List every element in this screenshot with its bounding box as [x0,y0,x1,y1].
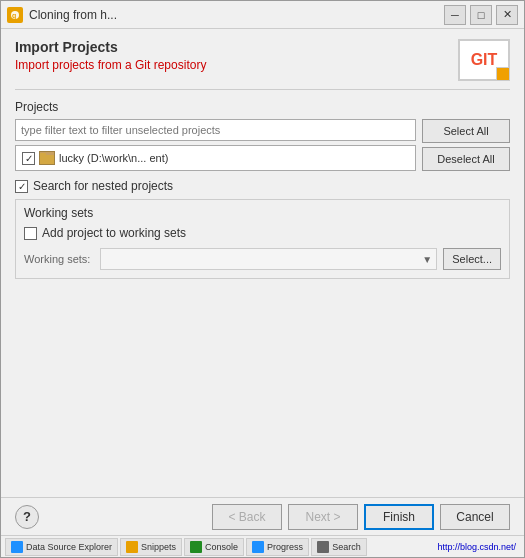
taskbar-snippets[interactable]: Snippets [120,538,182,556]
close-button[interactable]: ✕ [496,5,518,25]
working-sets-selector-row: Working sets: ▼ Select... [24,248,501,270]
taskbar-datasource[interactable]: Data Source Explorer [5,538,118,556]
project-checkbox[interactable] [22,152,35,165]
projects-section: Projects lucky (D: [15,100,510,171]
console-icon [190,541,202,553]
working-sets-title: Working sets [24,206,501,220]
nested-projects-row: Search for nested projects [15,179,510,193]
taskbar-console-label: Console [205,542,238,552]
main-window: g Cloning from h... ─ □ ✕ Import Project… [0,0,525,558]
snippets-icon [126,541,138,553]
svg-rect-3 [40,153,46,157]
footer-bar: ? < Back Next > Finish Cancel [1,497,524,535]
window-title: Cloning from h... [29,8,444,22]
nested-projects-label: Search for nested projects [33,179,173,193]
taskbar-search-label: Search [332,542,361,552]
progress-icon [252,541,264,553]
search-icon [317,541,329,553]
next-button[interactable]: Next > [288,504,358,530]
projects-label: Projects [15,100,510,114]
filter-input[interactable] [15,119,416,141]
taskbar-snippets-label: Snippets [141,542,176,552]
add-working-sets-checkbox[interactable] [24,227,37,240]
window-controls: ─ □ ✕ [444,5,518,25]
projects-list-container: lucky (D:\work\n... ent) Select All Dese… [15,119,510,171]
svg-text:g: g [12,12,16,20]
project-name: lucky (D:\work\n... ent) [59,152,168,164]
url-label: http://blog.csdn.net/ [437,542,520,552]
minimize-button[interactable]: ─ [444,5,466,25]
combo-arrow-icon: ▼ [422,254,432,265]
git-logo: GIT [458,39,510,81]
datasource-icon [11,541,23,553]
working-sets-select-button[interactable]: Select... [443,248,501,270]
taskbar-search[interactable]: Search [311,538,367,556]
working-sets-label: Working sets: [24,253,94,265]
project-buttons: Select All Deselect All [422,119,510,171]
taskbar-progress-label: Progress [267,542,303,552]
dialog-title: Import Projects [15,39,450,55]
deselect-all-button[interactable]: Deselect All [422,147,510,171]
header-text: Import Projects Import projects from a G… [15,39,450,72]
add-working-sets-label: Add project to working sets [42,226,186,240]
working-sets-section: Working sets Add project to working sets… [15,199,510,279]
taskbar: Data Source Explorer Snippets Console Pr… [1,535,524,557]
add-to-working-sets-row: Add project to working sets [24,226,501,240]
taskbar-console[interactable]: Console [184,538,244,556]
help-button[interactable]: ? [15,505,39,529]
git-logo-badge [496,67,510,81]
nested-projects-checkbox[interactable] [15,180,28,193]
dialog-subtitle: Import projects from a Git repository [15,58,450,72]
maximize-button[interactable]: □ [470,5,492,25]
list-item: lucky (D:\work\n... ent) [19,149,412,167]
finish-button[interactable]: Finish [364,504,434,530]
projects-list: lucky (D:\work\n... ent) [15,145,416,171]
title-bar: g Cloning from h... ─ □ ✕ [1,1,524,29]
taskbar-progress[interactable]: Progress [246,538,309,556]
working-sets-combo[interactable]: ▼ [100,248,437,270]
dialog-header: Import Projects Import projects from a G… [15,39,510,90]
taskbar-datasource-label: Data Source Explorer [26,542,112,552]
select-all-button[interactable]: Select All [422,119,510,143]
cancel-button[interactable]: Cancel [440,504,510,530]
dialog-body: Import Projects Import projects from a G… [1,29,524,497]
back-button[interactable]: < Back [212,504,282,530]
project-folder-icon [39,151,55,165]
app-icon: g [7,7,23,23]
